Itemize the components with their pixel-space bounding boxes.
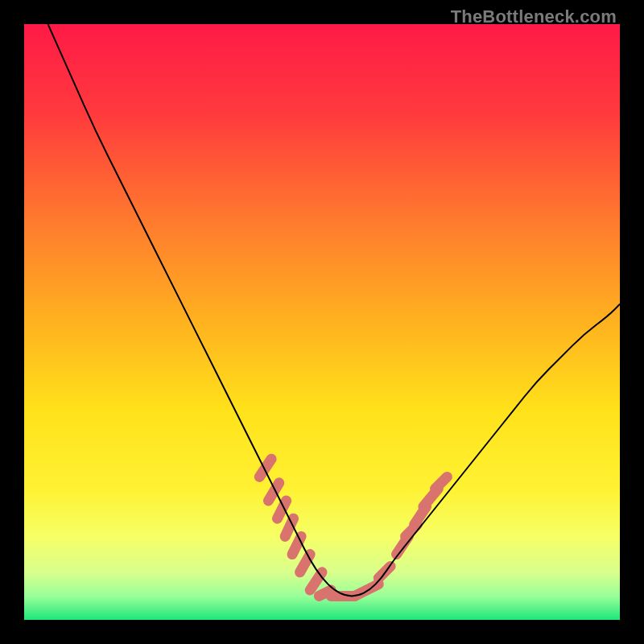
bottleneck-curve [24,24,620,620]
curve-dash-segment [285,518,293,536]
curve-dash-segment [436,477,448,489]
curve-dash-segment [268,483,279,501]
chart-frame: TheBottleneck.com [0,0,644,644]
plot-area [24,24,620,620]
